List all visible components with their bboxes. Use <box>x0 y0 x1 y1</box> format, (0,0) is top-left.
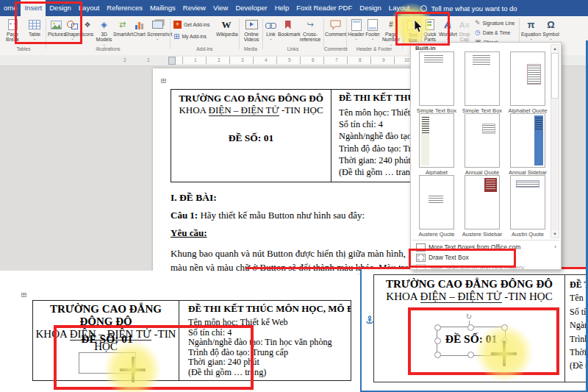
gallery-item-annual-quote[interactable]: Annual Quote <box>461 113 503 176</box>
group-label-links: Links <box>263 46 323 51</box>
gallery-item-annual-sidebar[interactable]: Annual Sidebar <box>506 113 549 176</box>
inset-selected-textbox-screenshot: TRƯỜNG CAO ĐẲNG ĐÔNG ĐÔ KHOA ĐIỆN – ĐIỆN… <box>360 268 588 392</box>
group-separator <box>262 18 263 49</box>
wikipedia-icon: W <box>222 19 232 31</box>
group-label-comments: Comments <box>324 46 345 51</box>
group-label-header-footer: Header & Footer <box>347 46 401 51</box>
highlight-glow <box>104 341 161 392</box>
header-button[interactable]: Header <box>348 18 365 40</box>
drop-cap-icon: A≡ <box>456 18 473 31</box>
submenu-arrow-icon: › <box>554 242 556 252</box>
smartart-icon: ⇄ <box>113 18 132 31</box>
cross-reference-button[interactable]: ↪ Cross-reference <box>298 18 323 43</box>
table-cell-school: TRƯỜNG CAO ĐẲNG ĐÔNG ĐÔ KHOA ĐIỆN – ĐIỆN… <box>171 90 331 182</box>
gallery-item-alphabet-sidebar[interactable]: Alphabet Sidebar <box>415 113 458 182</box>
indent-marker[interactable] <box>168 57 176 65</box>
tab-help[interactable]: Help <box>271 0 293 16</box>
tab-mailings[interactable]: Mailings <box>146 0 179 16</box>
group-separator <box>346 18 347 49</box>
selection-handle <box>434 338 441 344</box>
tab-developer[interactable]: Developer <box>232 0 270 16</box>
thumbnail <box>419 175 454 229</box>
selection-handle <box>434 352 441 358</box>
thumbnail <box>465 51 500 106</box>
symbol-button[interactable]: Ω Symbol <box>542 18 560 40</box>
text-box-gallery-dropdown: Built-in Simple Text Box Simple Text Box… <box>410 42 562 270</box>
thumbnail <box>510 175 545 229</box>
tab-review[interactable]: Review <box>179 0 209 16</box>
group-separator <box>323 18 324 49</box>
tab-foxit-reader-pdf[interactable]: Foxit Reader PDF <box>293 0 356 16</box>
thumbnail <box>465 175 500 229</box>
gallery-item-austere-quote[interactable]: Austere Quote <box>415 175 458 238</box>
gallery-item-alphabet-quote[interactable]: Alphabet Quote <box>506 51 549 114</box>
inset-draw-textbox-screenshot: ⊞ TRƯỜNG CAO ĐẲNG ĐÔNG ĐÔ KHOA ĐIỆN – ĐI… <box>0 271 357 392</box>
gallery-scrollbar[interactable]: ▲ ▼ <box>551 44 559 238</box>
school-name: TRƯỜNG CAO ĐẲNG ĐÔNG ĐÔ <box>33 303 179 328</box>
scroll-up-button[interactable]: ▲ <box>551 45 559 52</box>
selection-handle <box>434 324 441 331</box>
my-add-ins-button[interactable]: ⊞ My Add-ins <box>173 32 207 40</box>
menu-separator <box>412 240 559 240</box>
chart-button[interactable]: Chart <box>132 18 147 37</box>
mouse-cursor <box>414 20 423 37</box>
gallery-item-austin-quote[interactable]: Austin Quote <box>506 175 549 238</box>
table-move-handle: ⊞ <box>21 291 26 299</box>
selection-handle <box>467 324 474 331</box>
department-name: KHOA ĐIỆN – ĐIỆN TỬ -TIN HỌC <box>171 104 331 116</box>
word-window: ome Insert Design Layout References Mail… <box>0 0 588 392</box>
thumbnail <box>510 113 545 168</box>
add-ins-grid-icon: ⊞ <box>173 32 179 40</box>
clock-icon: ◷ <box>475 29 481 36</box>
screenshot-icon <box>152 21 163 29</box>
group-label-media: Media <box>240 46 262 51</box>
school-name: TRƯỜNG CAO ĐẲNG ĐÔNG ĐÔ <box>374 278 564 291</box>
gallery-item-austere-sidebar[interactable]: Austere Sidebar <box>461 175 503 238</box>
omega-icon: Ω <box>542 18 560 31</box>
group-label-add-ins: Add-ins <box>172 46 237 51</box>
link-button[interactable]: Link <box>264 18 278 40</box>
signature-line-button[interactable]: ✎ Signature Line <box>475 19 514 26</box>
footer-icon <box>368 19 378 31</box>
footer-button[interactable]: Footer <box>365 18 381 40</box>
wikipedia-button[interactable]: W Wikipedia <box>216 18 237 37</box>
tab-view[interactable]: View <box>209 0 232 16</box>
highlight-glow <box>476 324 533 382</box>
link-icon <box>265 21 276 29</box>
thumbnail <box>419 51 454 106</box>
store-icon: + <box>173 21 182 29</box>
gallery-item-simple-text-box[interactable]: Simple Text Box <box>415 51 458 114</box>
thumbnail <box>465 113 500 168</box>
bookmark-button[interactable]: Bookmark <box>278 18 298 37</box>
exam-title: ĐỀ THI KẾT THÚC MÔN HỌC, MÔ ĐUN <box>188 303 351 315</box>
get-add-ins-button[interactable]: + Get Add-ins <box>173 21 210 29</box>
gallery-section-header: Built-in <box>415 45 436 51</box>
tell-me-label: Tell me what you want to do <box>431 4 517 13</box>
gallery-item-simple-text-box-2[interactable]: Simple Text Box <box>461 51 503 114</box>
tab-table-design[interactable]: Design <box>356 0 385 16</box>
equation-button[interactable]: π Equation <box>521 18 541 40</box>
exam-number: ĐỀ SỐ: 01 <box>171 132 331 144</box>
table-move-handle[interactable]: ⊞ <box>160 77 166 85</box>
video-icon <box>245 20 258 29</box>
scrollbar-thumb[interactable] <box>551 53 559 99</box>
online-videos-button[interactable]: Online Videos <box>241 18 262 43</box>
department-name: KHOA ĐIỆN – ĐIỆN TỬ -TIN HỌC <box>374 291 564 303</box>
group-label-tables: Tables <box>1 46 46 51</box>
cross-reference-icon: ↪ <box>298 18 323 31</box>
screenshot-button[interactable]: Screenshot <box>147 18 168 40</box>
anchor-icon <box>365 316 374 329</box>
icons-icon: ❖ <box>80 18 95 31</box>
comment-button[interactable]: Comment <box>325 18 345 37</box>
tab-references[interactable]: References <box>103 0 146 16</box>
smartart-button[interactable]: ⇄ SmartArt <box>113 18 132 37</box>
school-name: TRƯỜNG CAO ĐẲNG ĐÔNG ĐÔ <box>171 93 331 104</box>
thumbnail <box>510 51 545 106</box>
date-time-button[interactable]: ◷ Date & Time <box>475 29 510 36</box>
chart-icon <box>132 18 147 31</box>
3d-models-button[interactable]: ◈ 3D Models <box>95 18 113 46</box>
icons-button[interactable]: ❖ Icons <box>80 18 95 37</box>
scroll-down-button[interactable]: ▼ <box>551 230 559 238</box>
table-cell-info-clipped: ĐỀ THI KẾT THÚC MÔN HỌC, MÔ ĐUN Tên môn … <box>565 275 588 382</box>
selection-handle <box>467 352 474 358</box>
